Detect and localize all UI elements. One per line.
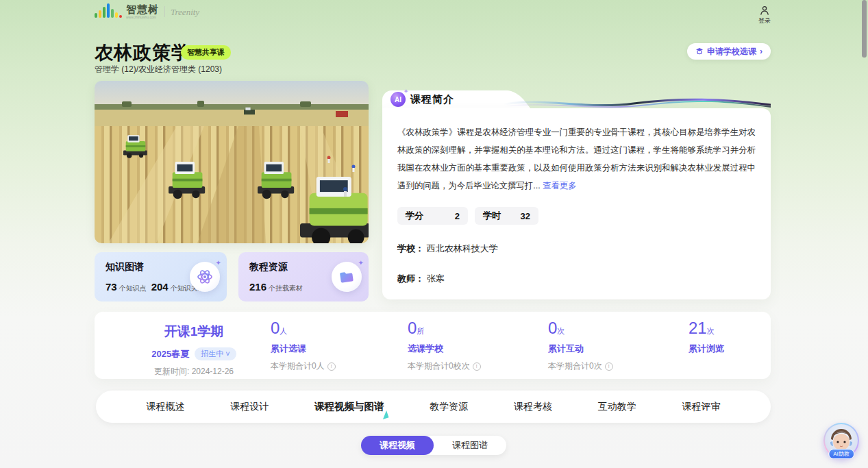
breadcrumb: 管理学 (12)/农业经济管理类 (1203) — [95, 64, 222, 75]
video-graph-toggle: 课程视频 课程图谱 — [361, 436, 506, 455]
course-intro-header: AI 课程简介 — [382, 90, 454, 108]
knowledge-point-count: 73 — [106, 281, 117, 293]
stat-sub: 本学期合计0次 — [548, 360, 602, 372]
semester-column: 开课1学期 2025春夏 招生中 ˅ 更新时间: 2024-12-26 — [108, 323, 280, 378]
ai-badge-icon: AI — [390, 92, 406, 107]
stat-interactions: 0次 累计互动 本学期合计0次! — [548, 319, 613, 372]
term-label: 2025春夏 — [151, 348, 189, 360]
hours-box: 学时 32 — [475, 207, 538, 225]
credit-box: 学分 2 — [397, 207, 468, 225]
stat-label: 累计浏览 — [689, 343, 724, 355]
credit-label: 学分 — [406, 210, 423, 222]
logo-url: www.zhihuishu.com — [126, 16, 159, 19]
semester-headline: 开课1学期 — [108, 323, 280, 341]
teacher-row: 教师： 张寒 — [397, 273, 756, 285]
stat-sub: 本学期合计0校次 — [408, 360, 470, 372]
teacher-value: 张寒 — [427, 273, 445, 284]
logo-divider — [164, 6, 165, 17]
see-more-link[interactable]: 查看更多 — [543, 181, 577, 190]
school-value: 西北农林科技大学 — [427, 243, 498, 254]
stat-label: 选课学校 — [408, 343, 481, 355]
logo[interactable]: 智慧树 www.zhihuishu.com Treenity — [95, 4, 199, 19]
apply-school-label: 申请学校选课 — [707, 46, 756, 58]
course-tab-bar: 课程概述 课程设计 课程视频与图谱 教学资源 课程考核 互动教学 课程评审 — [96, 391, 771, 423]
info-icon[interactable]: ! — [473, 362, 481, 371]
stat-unit: 次 — [707, 327, 715, 335]
stat-enrolled: 0人 累计选课 本学期合计0人! — [271, 319, 336, 372]
tab-course-review[interactable]: 课程评审 — [682, 401, 721, 413]
tab-interactive-teaching[interactable]: 互动教学 — [598, 401, 636, 413]
equalizer-logo-icon — [95, 4, 122, 19]
course-intro-card: 《农林政策学》课程是农林经济管理专业一门重要的专业骨干课程，其核心目标是培养学生… — [382, 108, 771, 299]
info-icon[interactable]: ! — [605, 362, 613, 371]
material-count: 216 — [249, 281, 266, 293]
toggle-course-graph[interactable]: 课程图谱 — [434, 436, 506, 455]
enrolling-badge[interactable]: 招生中 ˅ — [195, 347, 236, 360]
scrollbar-thumb[interactable] — [862, 0, 867, 58]
course-intro-title: 课程简介 — [410, 93, 454, 106]
credit-value: 2 — [455, 211, 460, 221]
knowledge-graph-card[interactable]: 知识图谱 73 个知识点 204 个知识关系 ✦ — [95, 252, 227, 301]
logo-text: 智慧树 — [126, 4, 159, 14]
school-row: 学校： 西北农林科技大学 — [397, 243, 756, 255]
stat-views: 21次 累计浏览 — [689, 319, 724, 355]
stat-unit: 人 — [280, 327, 287, 335]
stat-unit: 所 — [417, 327, 424, 335]
stat-unit: 次 — [557, 327, 565, 335]
course-stats-card: 开课1学期 2025春夏 招生中 ˅ 更新时间: 2024-12-26 0人 累… — [95, 312, 771, 379]
user-icon — [760, 5, 769, 15]
page-title: 农林政策学 — [95, 40, 190, 65]
school-icon — [695, 47, 704, 56]
folder-icon: ✦ — [332, 262, 362, 292]
stat-schools: 0所 选课学校 本学期合计0校次! — [408, 319, 481, 372]
apply-school-button[interactable]: 申请学校选课 › — [687, 43, 771, 60]
tab-course-overview[interactable]: 课程概述 — [146, 401, 184, 413]
course-description: 《农林政策学》课程是农林经济管理专业一门重要的专业骨干课程，其核心目标是培养学生… — [397, 123, 756, 195]
toggle-course-video[interactable]: 课程视频 — [361, 436, 434, 455]
school-label: 学校： — [397, 243, 424, 254]
stat-label: 累计互动 — [548, 343, 613, 355]
teacher-label: 教师： — [397, 273, 424, 284]
logo-partner-text: Treenity — [171, 7, 199, 19]
share-course-badge: 智慧共享课 — [181, 45, 231, 60]
active-tab-marker-icon — [381, 410, 389, 419]
sparkle-icon: ✦ — [358, 259, 364, 267]
course-cover-image — [95, 81, 369, 243]
material-label: 个挂载素材 — [269, 284, 303, 293]
updated-time: 更新时间: 2024-12-26 — [108, 366, 280, 378]
hours-label: 学时 — [483, 210, 501, 222]
knowledge-point-label: 个知识点 — [119, 284, 147, 293]
login-button[interactable]: 登录 — [758, 5, 771, 25]
ai-assistant-button[interactable]: AI助教 — [823, 423, 859, 458]
hours-value: 32 — [521, 211, 530, 221]
chevron-right-icon: › — [760, 47, 762, 56]
course-resources-card[interactable]: 教程资源 216 个挂载素材 ✦ — [238, 252, 369, 301]
stat-value: 0 — [271, 319, 280, 337]
stat-label: 累计选课 — [271, 343, 336, 355]
tab-teaching-resources[interactable]: 教学资源 — [430, 401, 468, 413]
ai-assistant-label: AI助教 — [828, 449, 854, 459]
tab-course-assessment[interactable]: 课程考核 — [514, 401, 552, 413]
stat-value: 21 — [689, 319, 707, 337]
stat-value: 0 — [548, 319, 557, 337]
login-label: 登录 — [758, 16, 771, 25]
tab-label: 课程视频与图谱 — [314, 401, 384, 412]
atom-icon: ✦ — [190, 262, 220, 292]
sparkle-icon: ✦ — [216, 259, 221, 267]
stat-sub: 本学期合计0人 — [271, 360, 325, 372]
tab-course-video-graph[interactable]: 课程视频与图谱 — [314, 400, 384, 413]
stat-value: 0 — [408, 319, 417, 337]
tab-course-design[interactable]: 课程设计 — [230, 401, 269, 413]
info-icon[interactable]: ! — [327, 362, 336, 371]
knowledge-relation-count: 204 — [151, 281, 169, 293]
